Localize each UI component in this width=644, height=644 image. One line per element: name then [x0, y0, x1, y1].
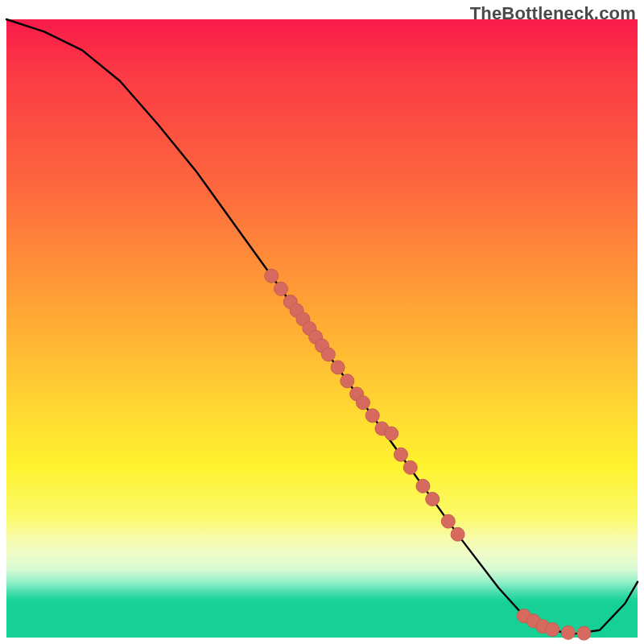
chart-overlay-svg — [6, 19, 638, 638]
chart-point — [321, 348, 335, 361]
chart-point — [394, 448, 408, 461]
chart-point — [426, 492, 440, 506]
chart-point — [365, 409, 379, 423]
chart-point — [265, 269, 279, 283]
chart-point — [403, 460, 417, 474]
chart-points-group — [265, 269, 591, 640]
chart-line — [6, 19, 638, 634]
watermark-text: TheBottleneck.com — [470, 3, 636, 24]
chart-point — [416, 479, 430, 493]
chart-point — [356, 396, 369, 410]
chart-point — [275, 282, 288, 295]
chart-point — [546, 623, 559, 637]
chart-point — [385, 427, 398, 440]
chart-point — [577, 626, 591, 640]
chart-point — [561, 625, 575, 639]
chart-point — [341, 374, 354, 388]
chart-point — [441, 514, 455, 528]
chart-point — [451, 527, 464, 541]
chart-point — [331, 361, 345, 374]
chart-container: TheBottleneck.com — [0, 0, 644, 644]
